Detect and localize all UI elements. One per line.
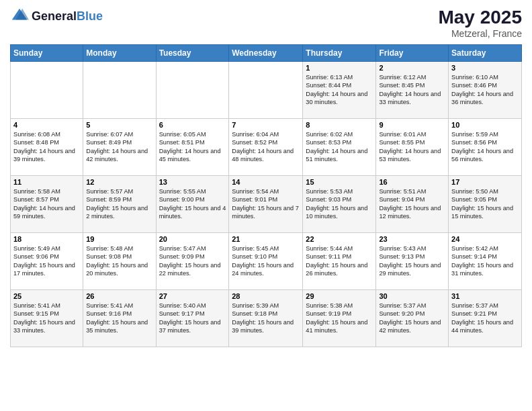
calendar-cell: 30Sunrise: 5:37 AM Sunset: 9:20 PM Dayli… — [376, 290, 449, 347]
day-info: Sunrise: 6:01 AM Sunset: 8:55 PM Dayligh… — [379, 130, 445, 164]
calendar: Sunday Monday Tuesday Wednesday Thursday… — [10, 44, 522, 347]
header-friday: Friday — [376, 45, 449, 62]
day-number: 7 — [232, 121, 300, 129]
day-info: Sunrise: 5:57 AM Sunset: 8:59 PM Dayligh… — [86, 187, 152, 221]
day-info: Sunrise: 5:58 AM Sunset: 8:57 PM Dayligh… — [13, 187, 80, 221]
day-info: Sunrise: 5:54 AM Sunset: 9:01 PM Dayligh… — [232, 187, 300, 221]
day-number: 31 — [451, 292, 519, 300]
day-info: Sunrise: 5:38 AM Sunset: 9:19 PM Dayligh… — [306, 302, 373, 335]
calendar-cell: 1Sunrise: 6:13 AM Sunset: 8:44 PM Daylig… — [303, 62, 376, 119]
day-info: Sunrise: 5:44 AM Sunset: 9:11 PM Dayligh… — [306, 244, 373, 278]
calendar-cell: 17Sunrise: 5:50 AM Sunset: 9:05 PM Dayli… — [449, 176, 522, 233]
day-number: 21 — [232, 235, 300, 243]
location: Metzeral, France — [438, 28, 522, 39]
calendar-cell: 19Sunrise: 5:48 AM Sunset: 9:08 PM Dayli… — [83, 233, 156, 290]
day-info: Sunrise: 6:02 AM Sunset: 8:53 PM Dayligh… — [306, 130, 373, 164]
day-number: 28 — [232, 292, 300, 300]
calendar-cell: 8Sunrise: 6:02 AM Sunset: 8:53 PM Daylig… — [303, 119, 376, 176]
week-row-1: 1Sunrise: 6:13 AM Sunset: 8:44 PM Daylig… — [11, 62, 522, 119]
day-info: Sunrise: 5:47 AM Sunset: 9:09 PM Dayligh… — [159, 244, 226, 278]
day-info: Sunrise: 5:41 AM Sunset: 9:15 PM Dayligh… — [13, 302, 80, 335]
day-info: Sunrise: 6:05 AM Sunset: 8:51 PM Dayligh… — [159, 130, 226, 164]
day-info: Sunrise: 5:37 AM Sunset: 9:20 PM Dayligh… — [379, 302, 445, 335]
header-thursday: Thursday — [303, 45, 376, 62]
day-number: 25 — [13, 292, 80, 300]
day-number: 11 — [13, 178, 80, 186]
calendar-cell: 3Sunrise: 6:10 AM Sunset: 8:46 PM Daylig… — [449, 62, 522, 119]
calendar-cell: 6Sunrise: 6:05 AM Sunset: 8:51 PM Daylig… — [156, 119, 229, 176]
day-info: Sunrise: 5:41 AM Sunset: 9:16 PM Dayligh… — [86, 302, 152, 335]
calendar-cell: 11Sunrise: 5:58 AM Sunset: 8:57 PM Dayli… — [11, 176, 83, 233]
day-number: 16 — [379, 178, 445, 186]
week-row-2: 4Sunrise: 6:08 AM Sunset: 8:48 PM Daylig… — [11, 119, 522, 176]
page: GeneralBlue May 2025 Metzeral, France Su… — [0, 0, 532, 411]
day-info: Sunrise: 6:10 AM Sunset: 8:46 PM Dayligh… — [451, 73, 519, 107]
day-number: 2 — [379, 64, 445, 72]
day-number: 3 — [451, 64, 519, 72]
day-number: 5 — [86, 121, 152, 129]
day-number: 29 — [306, 292, 373, 300]
calendar-cell: 21Sunrise: 5:45 AM Sunset: 9:10 PM Dayli… — [229, 233, 303, 290]
day-number: 24 — [451, 235, 519, 243]
day-info: Sunrise: 5:40 AM Sunset: 9:17 PM Dayligh… — [159, 302, 226, 335]
header: GeneralBlue May 2025 Metzeral, France — [10, 7, 522, 39]
calendar-body: 1Sunrise: 6:13 AM Sunset: 8:44 PM Daylig… — [11, 62, 522, 347]
header-sunday: Sunday — [11, 45, 83, 62]
title-block: May 2025 Metzeral, France — [438, 7, 522, 39]
calendar-cell — [11, 62, 83, 119]
day-info: Sunrise: 5:55 AM Sunset: 9:00 PM Dayligh… — [159, 187, 226, 221]
calendar-cell: 25Sunrise: 5:41 AM Sunset: 9:15 PM Dayli… — [11, 290, 83, 347]
day-info: Sunrise: 6:08 AM Sunset: 8:48 PM Dayligh… — [13, 130, 80, 164]
calendar-cell: 28Sunrise: 5:39 AM Sunset: 9:18 PM Dayli… — [229, 290, 303, 347]
calendar-cell — [156, 62, 229, 119]
calendar-cell: 13Sunrise: 5:55 AM Sunset: 9:00 PM Dayli… — [156, 176, 229, 233]
calendar-cell: 4Sunrise: 6:08 AM Sunset: 8:48 PM Daylig… — [11, 119, 83, 176]
calendar-cell — [83, 62, 156, 119]
header-monday: Monday — [83, 45, 156, 62]
calendar-cell: 14Sunrise: 5:54 AM Sunset: 9:01 PM Dayli… — [229, 176, 303, 233]
calendar-cell — [229, 62, 303, 119]
header-wednesday: Wednesday — [229, 45, 303, 62]
day-number: 18 — [13, 235, 80, 243]
calendar-cell: 15Sunrise: 5:53 AM Sunset: 9:03 PM Dayli… — [303, 176, 376, 233]
calendar-cell: 27Sunrise: 5:40 AM Sunset: 9:17 PM Dayli… — [156, 290, 229, 347]
day-info: Sunrise: 5:37 AM Sunset: 9:21 PM Dayligh… — [451, 302, 519, 335]
day-info: Sunrise: 6:12 AM Sunset: 8:45 PM Dayligh… — [379, 73, 445, 107]
header-tuesday: Tuesday — [156, 45, 229, 62]
day-info: Sunrise: 5:49 AM Sunset: 9:06 PM Dayligh… — [13, 244, 80, 278]
day-number: 19 — [86, 235, 152, 243]
day-info: Sunrise: 5:48 AM Sunset: 9:08 PM Dayligh… — [86, 244, 152, 278]
calendar-cell: 16Sunrise: 5:51 AM Sunset: 9:04 PM Dayli… — [376, 176, 449, 233]
day-info: Sunrise: 5:59 AM Sunset: 8:56 PM Dayligh… — [451, 130, 519, 164]
day-number: 15 — [306, 178, 373, 186]
calendar-cell: 22Sunrise: 5:44 AM Sunset: 9:11 PM Dayli… — [303, 233, 376, 290]
calendar-cell: 2Sunrise: 6:12 AM Sunset: 8:45 PM Daylig… — [376, 62, 449, 119]
day-info: Sunrise: 5:43 AM Sunset: 9:13 PM Dayligh… — [379, 244, 445, 278]
day-info: Sunrise: 5:45 AM Sunset: 9:10 PM Dayligh… — [232, 244, 300, 278]
day-info: Sunrise: 5:39 AM Sunset: 9:18 PM Dayligh… — [232, 302, 300, 335]
day-info: Sunrise: 5:51 AM Sunset: 9:04 PM Dayligh… — [379, 187, 445, 221]
day-number: 26 — [86, 292, 152, 300]
calendar-cell: 31Sunrise: 5:37 AM Sunset: 9:21 PM Dayli… — [449, 290, 522, 347]
logo-text: GeneralBlue — [32, 10, 103, 22]
day-number: 27 — [159, 292, 226, 300]
day-info: Sunrise: 5:53 AM Sunset: 9:03 PM Dayligh… — [306, 187, 373, 221]
calendar-cell: 9Sunrise: 6:01 AM Sunset: 8:55 PM Daylig… — [376, 119, 449, 176]
day-number: 30 — [379, 292, 445, 300]
day-info: Sunrise: 6:04 AM Sunset: 8:52 PM Dayligh… — [232, 130, 300, 164]
day-number: 8 — [306, 121, 373, 129]
week-row-4: 18Sunrise: 5:49 AM Sunset: 9:06 PM Dayli… — [11, 233, 522, 290]
weekday-row: Sunday Monday Tuesday Wednesday Thursday… — [11, 45, 522, 62]
day-number: 10 — [451, 121, 519, 129]
day-number: 9 — [379, 121, 445, 129]
day-number: 12 — [86, 178, 152, 186]
day-number: 4 — [13, 121, 80, 129]
logo-icon — [10, 7, 29, 26]
day-number: 22 — [306, 235, 373, 243]
calendar-cell: 24Sunrise: 5:42 AM Sunset: 9:14 PM Dayli… — [449, 233, 522, 290]
month-year: May 2025 — [438, 7, 522, 28]
day-info: Sunrise: 6:07 AM Sunset: 8:49 PM Dayligh… — [86, 130, 152, 164]
calendar-cell: 5Sunrise: 6:07 AM Sunset: 8:49 PM Daylig… — [83, 119, 156, 176]
calendar-cell: 7Sunrise: 6:04 AM Sunset: 8:52 PM Daylig… — [229, 119, 303, 176]
day-number: 20 — [159, 235, 226, 243]
